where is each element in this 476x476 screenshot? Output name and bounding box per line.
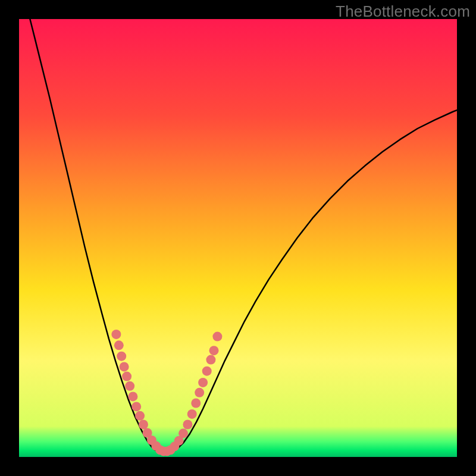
marker-dot xyxy=(178,428,188,438)
marker-dot xyxy=(122,372,131,381)
plot-background xyxy=(19,19,457,457)
marker-dot xyxy=(114,340,124,350)
marker-dot xyxy=(187,409,197,419)
marker-dot xyxy=(209,346,219,355)
marker-dot xyxy=(120,362,129,371)
marker-dot xyxy=(139,420,148,430)
marker-dot xyxy=(131,402,141,411)
marker-dot xyxy=(183,420,192,430)
marker-dot xyxy=(117,352,126,361)
marker-dot xyxy=(212,332,222,342)
chart-svg xyxy=(0,0,476,476)
marker-dot xyxy=(195,388,204,397)
marker-dot xyxy=(111,330,121,339)
marker-dot xyxy=(191,399,201,408)
marker-dot xyxy=(135,411,145,421)
marker-dot xyxy=(206,355,215,365)
marker-dot xyxy=(125,381,134,391)
marker-dot xyxy=(198,378,208,387)
chart-frame: TheBottleneck.com xyxy=(0,0,476,476)
marker-dot xyxy=(128,392,137,401)
marker-dot xyxy=(202,367,212,376)
watermark-text: TheBottleneck.com xyxy=(336,2,470,21)
